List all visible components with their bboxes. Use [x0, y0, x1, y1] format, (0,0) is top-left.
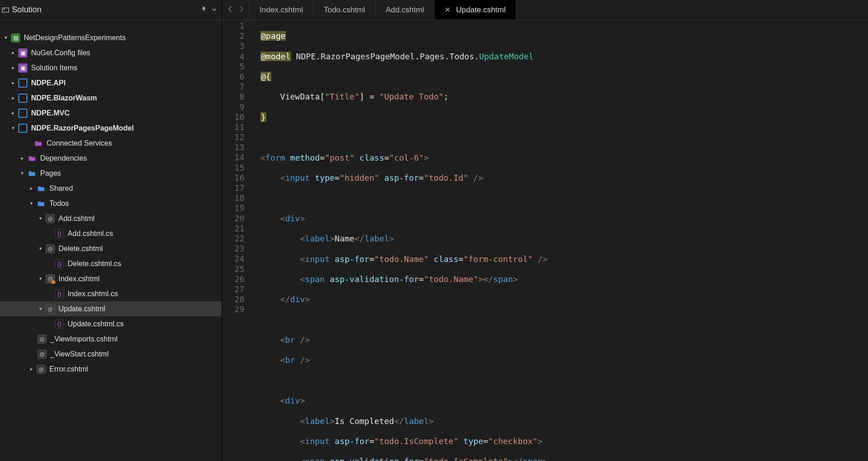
line-number: 1: [222, 21, 244, 31]
line-number: 29: [222, 304, 244, 314]
tree-label: NetDesignPatternsExperiments: [24, 34, 126, 42]
chevron-down-icon[interactable]: [212, 6, 217, 14]
tree-item-solution-items[interactable]: ▸ ▣ Solution Items: [0, 60, 222, 75]
tree-item-delete-cshtml[interactable]: ▾ Delete.cshtml: [0, 241, 222, 256]
tree-item-ndpe-api[interactable]: ▸ NDPE.API: [0, 75, 222, 90]
code-content[interactable]: @page @model NDPE.RazorPagesPageModel.Pa…: [251, 21, 607, 461]
tab-add-cshtml[interactable]: Add.cshtml: [376, 0, 434, 20]
tree-label: NDPE.RazorPagesPageModel: [31, 124, 134, 132]
solution-project-icon: ▤: [11, 33, 20, 42]
chevron-down-icon[interactable]: ▾: [10, 125, 16, 131]
tab-label: Todo.cshtml: [323, 5, 365, 15]
razor-file-icon: [37, 335, 47, 344]
tree-item-add-cshtml[interactable]: ▾ Add.cshtml: [0, 211, 222, 226]
chevron-right-icon[interactable]: ▸: [10, 110, 16, 116]
line-number: 7: [222, 82, 244, 92]
tab-todo-cshtml[interactable]: Todo.cshtml: [313, 0, 376, 20]
razor-file-icon: [37, 365, 46, 374]
csharp-file-icon: {}: [55, 320, 64, 329]
chevron-right-icon[interactable]: ▸: [10, 65, 16, 71]
folder-icon: ▣: [18, 63, 27, 73]
line-number-gutter: 1 2 3 4 5 6 7 8 9 10 11 12 13 14 15 16 1…: [222, 21, 251, 461]
tree-item-ndpe-blazor[interactable]: ▸ NDPE.BlazorWasm: [0, 90, 222, 105]
tree-label: Dependencies: [40, 154, 87, 162]
csharp-file-icon: {}: [55, 289, 64, 299]
tree-item-nuget[interactable]: ▸ ▣ NuGet.Config files: [0, 45, 222, 60]
line-number: 26: [222, 274, 244, 284]
nav-forward-icon[interactable]: [238, 6, 244, 14]
tree-label: Todos: [49, 199, 69, 208]
chevron-right-icon[interactable]: ▸: [10, 95, 16, 101]
line-number: 18: [222, 193, 244, 203]
tree-item-connected-services[interactable]: Connected Services: [0, 136, 222, 151]
chevron-right-icon[interactable]: ▸: [10, 50, 16, 56]
tree-label: Update.cshtml.cs: [68, 320, 124, 328]
tree-item-pages[interactable]: ▾ Pages: [0, 166, 222, 181]
tree-label: NDPE.MVC: [31, 109, 69, 117]
tree-item-delete-cshtml-cs[interactable]: {} Delete.cshtml.cs: [0, 256, 222, 271]
tree-item-ndpe-razor[interactable]: ▾ NDPE.RazorPagesPageModel: [0, 120, 222, 136]
csharp-file-icon: {}: [55, 229, 64, 238]
razor-file-icon: @: [46, 274, 55, 283]
folder-icon: [37, 184, 46, 193]
line-number: 19: [222, 203, 244, 213]
chevron-right-icon[interactable]: ▸: [28, 185, 35, 191]
tree-label: Index.cshtml: [58, 275, 100, 283]
line-number: 9: [222, 102, 244, 112]
csproj-icon: [18, 79, 27, 88]
line-number: 12: [222, 132, 244, 142]
chevron-down-icon[interactable]: ▾: [19, 170, 26, 176]
tree-item-update-cshtml-cs[interactable]: {} Update.cshtml.cs: [0, 316, 222, 331]
tree-item-solution-root[interactable]: ▾ ▤ NetDesignPatternsExperiments: [0, 30, 222, 45]
tab-update-cshtml[interactable]: ✕ Update.cshtml: [434, 0, 516, 20]
svg-rect-1: [3, 9, 5, 10]
tree-item-viewimports[interactable]: _ViewImports.cshtml: [0, 331, 222, 346]
chevron-right-icon[interactable]: ▸: [10, 80, 16, 86]
razor-file-icon: [46, 244, 55, 253]
package-icon: ▣: [18, 48, 27, 58]
tree-item-dependencies[interactable]: ▸ Dependencies: [0, 151, 222, 166]
tree-item-todos[interactable]: ▾ Todos: [0, 196, 222, 211]
tree-label: Delete.cshtml.cs: [68, 260, 121, 268]
folder-icon: [27, 169, 37, 178]
chevron-down-icon[interactable]: ▾: [28, 200, 35, 206]
tree-item-error-cshtml[interactable]: ▸ Error.cshtml: [0, 361, 222, 377]
line-number: 14: [222, 152, 244, 162]
chevron-right-icon[interactable]: ▸: [28, 366, 35, 372]
tree-label: NDPE.API: [31, 79, 66, 87]
tree-item-update-cshtml[interactable]: ▾ Update.cshtml: [0, 301, 222, 316]
tree-label: Shared: [49, 184, 73, 193]
close-icon[interactable]: ✕: [445, 5, 450, 14]
tab-label: Add.cshtml: [386, 5, 424, 15]
chevron-down-icon[interactable]: ▾: [37, 246, 44, 251]
csharp-file-icon: {}: [55, 259, 64, 268]
tree-item-viewstart[interactable]: _ViewStart.cshtml: [0, 346, 222, 361]
code-editor[interactable]: 1 2 3 4 5 6 7 8 9 10 11 12 13 14 15 16 1…: [222, 20, 868, 461]
tab-label: Update.cshtml: [456, 5, 506, 15]
line-number: 4: [222, 52, 244, 62]
chevron-down-icon[interactable]: ▾: [3, 35, 9, 41]
chevron-down-icon[interactable]: ▾: [37, 306, 44, 312]
tab-index-cshtml[interactable]: Index.cshtml: [249, 0, 313, 20]
nav-back-icon[interactable]: [228, 6, 233, 14]
tree-item-index-cshtml[interactable]: ▾ @ Index.cshtml: [0, 271, 222, 286]
pin-icon[interactable]: [201, 6, 207, 14]
tree-label: Error.cshtml: [49, 365, 88, 373]
dependencies-icon: [27, 154, 37, 163]
tab-bar: Index.cshtml Todo.cshtml Add.cshtml ✕ Up…: [222, 0, 868, 20]
chevron-right-icon[interactable]: ▸: [19, 155, 26, 161]
razor-file-icon: [46, 304, 55, 314]
tree-item-ndpe-mvc[interactable]: ▸ NDPE.MVC: [0, 105, 222, 120]
tree-label: Add.cshtml.cs: [68, 230, 113, 238]
solution-explorer: Solution ▾ ▤ NetDesignPatternsExperiment…: [0, 0, 222, 461]
tree-label: NuGet.Config files: [31, 49, 90, 57]
line-number: 11: [222, 122, 244, 132]
tree-label: _ViewStart.cshtml: [50, 350, 109, 358]
chevron-down-icon[interactable]: ▾: [37, 215, 44, 221]
chevron-down-icon[interactable]: ▾: [37, 276, 44, 282]
tree-item-index-cshtml-cs[interactable]: {} Index.cshtml.cs: [0, 286, 222, 301]
tree-item-add-cshtml-cs[interactable]: {} Add.cshtml.cs: [0, 226, 222, 241]
tree-item-shared[interactable]: ▸ Shared: [0, 181, 222, 196]
csproj-icon: [18, 109, 27, 118]
line-number: 17: [222, 183, 244, 193]
